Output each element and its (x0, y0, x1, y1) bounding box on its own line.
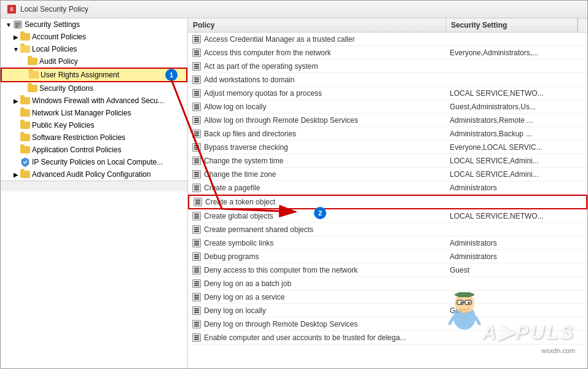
table-row[interactable]: Act as part of the operating system (188, 60, 587, 73)
table-row[interactable]: Create global objects LOCAL SERVICE,NETW… (188, 209, 587, 223)
folder-icon-user-rights (29, 70, 39, 80)
policy-setting: Guest,Administrators,Us... (446, 101, 587, 112)
sidebar-item-audit-policy[interactable]: ▶ Audit Policy (1, 55, 187, 68)
folder-icon-app-control (20, 145, 30, 155)
policy-setting: LOCAL SERVICE,Admini... (446, 155, 587, 166)
policy-row-icon (192, 252, 202, 262)
policy-row-icon (192, 238, 202, 248)
left-panel: ▼ Security Settings ▶ Account Policies (1, 18, 188, 368)
policy-setting: LOCAL SERVICE,NETWO... (446, 211, 587, 222)
policy-name: Deny access to this computer from the ne… (204, 266, 358, 274)
policy-name: Deny log on as a batch job (204, 279, 291, 288)
table-row[interactable]: Access Credential Manager as a trusted c… (188, 33, 587, 46)
sidebar-item-public-key[interactable]: ▶ Public Key Policies (1, 119, 187, 131)
sidebar-item-user-rights[interactable]: ▶ User Rights Assignment (1, 68, 187, 82)
table-row[interactable]: Change the system time LOCAL SERVICE,Adm… (188, 154, 587, 168)
table-row[interactable]: Back up files and directories Administra… (188, 127, 587, 141)
main-content: ▼ Security Settings ▶ Account Policies (1, 18, 587, 368)
table-row[interactable]: Add workstations to domain (188, 73, 587, 87)
sidebar-item-account-policies[interactable]: ▶ Account Policies (1, 31, 187, 43)
policy-row-icon (192, 306, 202, 316)
policy-name: Act as part of the operating system (204, 62, 318, 71)
policy-row-icon (192, 48, 202, 58)
policy-row-icon (192, 279, 202, 289)
sidebar-item-ip-security[interactable]: ▶ IP Security Policies on Local Compute.… (1, 156, 187, 168)
sidebar-item-windows-firewall[interactable]: ▶ Windows Firewall with Advanced Secu... (1, 95, 187, 107)
table-row[interactable]: Change the time zone LOCAL SERVICE,Admin… (188, 168, 587, 181)
policy-setting (446, 228, 587, 231)
policy-setting: Administrators (446, 238, 587, 249)
policy-setting: Everyone,Administrators,... (446, 47, 587, 58)
folder-icon-advanced-audit (20, 169, 30, 179)
policy-name: Create a token object (205, 198, 275, 206)
policy-setting (446, 296, 587, 298)
sidebar-item-app-control[interactable]: ▶ Application Control Policies (1, 144, 187, 156)
table-row[interactable]: Access this computer from the network Ev… (188, 46, 587, 60)
table-row[interactable]: Deny access to this computer from the ne… (188, 263, 587, 277)
security-settings-icon (13, 20, 23, 29)
policy-row-icon (192, 183, 202, 193)
table-row[interactable]: Create permanent shared objects (188, 223, 587, 236)
policy-row-icon (192, 129, 202, 139)
left-scrollbar[interactable] (1, 181, 187, 192)
policy-name: Deny log on through Remote Desktop Servi… (204, 320, 358, 328)
table-row[interactable]: Create symbolic links Administrators (188, 236, 587, 250)
policy-name: Allow log on locally (204, 103, 266, 111)
expand-arrow-wf: ▶ (13, 98, 19, 104)
policy-setting (446, 282, 587, 285)
folder-icon-windows-firewall (20, 96, 30, 106)
sidebar-label-user-rights: User Rights Assignment (41, 71, 119, 79)
policy-row-icon (192, 319, 202, 329)
col-header-setting[interactable]: Security Setting (446, 18, 578, 32)
policy-name: Deny log on locally (204, 306, 266, 315)
folder-icon-public-key (20, 120, 30, 130)
table-row[interactable]: Debug programs Administrators (188, 250, 587, 263)
svg-rect-4 (15, 25, 20, 26)
app-icon: S (7, 4, 17, 14)
policy-name: Enable computer and user accounts to be … (204, 333, 406, 342)
policy-row-icon (192, 88, 202, 98)
table-row[interactable]: Create a pagefile Administrators (188, 181, 587, 195)
sidebar-item-security-options[interactable]: ▶ Security Options (1, 82, 187, 95)
table-row[interactable]: Deny log on as a batch job (188, 277, 587, 290)
table-row[interactable]: Adjust memory quotas for a process LOCAL… (188, 87, 587, 100)
policy-row-icon (192, 102, 202, 112)
policy-name: Debug programs (204, 252, 259, 261)
shield-icon-ip-security (20, 157, 30, 167)
policy-name: Create symbolic links (204, 239, 273, 247)
policy-row-icon (192, 115, 202, 125)
table-row[interactable]: Enable computer and user accounts to be … (188, 331, 587, 344)
expand-arrow-ap: ▶ (13, 34, 19, 40)
table-row[interactable]: Deny log on locally Guest (188, 304, 587, 317)
folder-icon-local-policies (20, 44, 30, 54)
policy-row-icon (192, 156, 202, 166)
policy-setting: Everyone,LOCAL SERVIC... (446, 142, 587, 153)
policy-row-icon (192, 333, 202, 343)
table-row[interactable]: Allow log on through Remote Desktop Serv… (188, 114, 587, 127)
col-header-policy[interactable]: Policy (188, 18, 446, 32)
sidebar-label-advanced-audit: Advanced Audit Policy Configuration (32, 170, 151, 179)
policy-row-icon (192, 169, 202, 179)
sidebar-item-security-settings[interactable]: ▼ Security Settings (1, 18, 187, 31)
policy-setting (446, 65, 587, 68)
policy-name: Access this computer from the network (204, 49, 331, 57)
sidebar-item-advanced-audit[interactable]: ▶ Advanced Audit Policy Configuration (1, 168, 187, 181)
policy-name: Bypass traverse checking (204, 143, 288, 152)
sidebar-label-public-key: Public Key Policies (32, 121, 94, 130)
policy-name: Deny log on as a service (204, 293, 284, 301)
policy-row-icon (192, 225, 202, 235)
sidebar-label-audit-policy: Audit Policy (39, 57, 78, 66)
table-row-highlighted[interactable]: Create a token object (188, 195, 587, 209)
table-row[interactable]: Bypass traverse checking Everyone,LOCAL … (188, 141, 587, 154)
table-row[interactable]: Allow log on locally Guest,Administrator… (188, 100, 587, 114)
table-row[interactable]: Deny log on through Remote Desktop Servi… (188, 317, 587, 331)
policy-setting (446, 79, 587, 81)
sidebar-item-local-policies[interactable]: ▼ Local Policies (1, 43, 187, 55)
sidebar-item-software-restriction[interactable]: ▶ Software Restriction Policies (1, 131, 187, 144)
list-header: Policy Security Setting (188, 18, 587, 33)
sidebar-item-network-list[interactable]: ▶ Network List Manager Policies (1, 107, 187, 119)
sidebar-label-account-policies: Account Policies (32, 33, 86, 41)
table-row[interactable]: Deny log on as a service (188, 290, 587, 304)
policy-setting (447, 201, 586, 203)
policy-row-icon (192, 34, 202, 44)
